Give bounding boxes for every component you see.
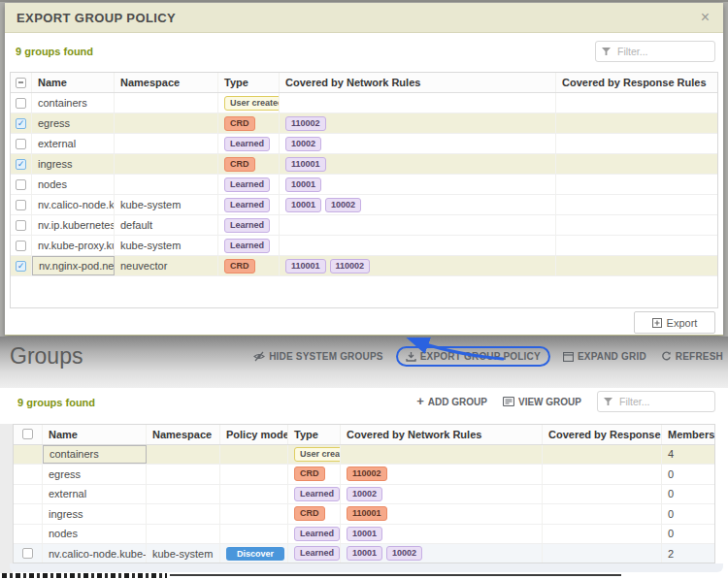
type-badge: User created <box>294 447 341 462</box>
filter-funnel-icon <box>604 398 612 406</box>
table-row[interactable]: ingress CRD 110001 0 <box>14 504 714 525</box>
group-name: nv.calico-node.kube-sys <box>43 544 147 563</box>
policy-mode-pill[interactable]: Discover <box>226 547 284 561</box>
row-checkbox[interactable] <box>16 139 26 149</box>
group-name: containers <box>43 445 147 465</box>
rule-badge: 110001 <box>285 157 326 172</box>
group-namespace: kube-system <box>115 236 218 255</box>
groups-filter-box[interactable] <box>597 391 715 412</box>
type-badge: CRD <box>224 157 255 172</box>
left-gutter <box>0 424 13 573</box>
row-checkbox[interactable] <box>16 118 26 129</box>
table-row[interactable]: nv.nginx-pod.neuv neuvector CRD 11000111… <box>11 256 717 276</box>
group-name: egress <box>32 113 115 133</box>
row-checkbox[interactable] <box>16 159 26 170</box>
group-namespace: default <box>115 215 218 235</box>
type-badge: Learned <box>294 546 340 561</box>
groups-found-count: 9 groups found <box>16 46 93 57</box>
modal-filter-input[interactable] <box>615 45 709 58</box>
group-namespace <box>147 485 220 504</box>
view-group-icon <box>503 397 514 406</box>
modal-filter-box[interactable] <box>595 41 715 62</box>
group-name: nodes <box>32 175 115 194</box>
members-count: 2 <box>662 544 714 563</box>
close-icon[interactable]: × <box>699 10 711 25</box>
table-row[interactable]: nodes Learned 10001 0 <box>14 525 714 545</box>
members-count: 4 <box>662 445 714 465</box>
col-policy-mode[interactable]: Policy mode <box>220 425 288 444</box>
type-badge: Learned <box>224 177 270 192</box>
eye-slash-icon <box>253 351 265 362</box>
col-network-rules[interactable]: Covered by Network Rules <box>341 425 543 444</box>
col-type[interactable]: Type <box>218 73 280 92</box>
table-row[interactable]: containers User created <box>11 93 717 113</box>
table-row[interactable]: external Learned 10002 0 <box>14 485 714 505</box>
page-title: Groups <box>10 343 83 370</box>
group-name: containers <box>32 93 115 113</box>
members-count: 0 <box>662 525 714 544</box>
col-network-rules[interactable]: Covered by Network Rules <box>280 73 556 92</box>
type-badge: CRD <box>224 259 255 273</box>
table-row[interactable]: containers User created 4 <box>14 445 714 466</box>
export-button-label: Export <box>667 317 698 329</box>
rule-badge: 110002 <box>285 116 326 131</box>
group-name: nv.nginx-pod.neuv <box>32 256 115 275</box>
col-namespace[interactable]: Namespace <box>147 425 220 444</box>
table-row[interactable]: ingress CRD 110001 <box>11 154 717 175</box>
groups-table: Name Namespace Policy mode Type Covered … <box>13 424 715 563</box>
type-badge: Learned <box>224 218 270 233</box>
rule-badge: 10001 <box>347 527 382 541</box>
col-members[interactable]: Members <box>662 425 714 444</box>
download-icon <box>406 351 416 362</box>
table-row[interactable]: nv.calico-node.kube-sys kube-system Disc… <box>14 544 714 563</box>
groups-filter-input[interactable] <box>617 395 709 408</box>
row-checkbox[interactable] <box>16 98 26 109</box>
rule-badge: 10002 <box>347 487 382 501</box>
export-group-policy-button[interactable]: EXPORT GROUP POLICY <box>396 346 550 367</box>
rule-badge: 10002 <box>386 546 422 561</box>
refresh-button[interactable]: REFRESH <box>661 351 723 362</box>
table-row[interactable]: egress CRD 110002 <box>11 113 717 134</box>
refresh-label: REFRESH <box>676 351 723 362</box>
select-all-checkbox[interactable] <box>22 429 33 439</box>
group-name: ingress <box>32 154 115 174</box>
row-checkbox[interactable] <box>16 220 26 231</box>
table-row[interactable]: nv.calico-node.kub kube-system Learned 1… <box>11 195 717 215</box>
col-response-rules[interactable]: Covered by Response Rules <box>556 73 717 92</box>
rule-badge: 110002 <box>330 259 371 273</box>
add-group-button[interactable]: + ADD GROUP <box>416 397 487 407</box>
row-checkbox[interactable] <box>16 261 26 272</box>
select-all-checkbox[interactable] <box>16 78 26 88</box>
row-checkbox[interactable] <box>22 548 33 559</box>
row-checkbox[interactable] <box>16 200 26 210</box>
row-checkbox[interactable] <box>16 179 26 190</box>
col-name[interactable]: Name <box>43 425 147 444</box>
col-namespace[interactable]: Namespace <box>115 73 218 92</box>
group-name: ingress <box>43 504 147 524</box>
table-row[interactable]: nv.kube-proxy.kub kube-system Learned <box>11 236 717 256</box>
group-name: external <box>43 485 147 504</box>
group-name: egress <box>43 465 147 484</box>
expand-grid-label: EXPAND GRID <box>578 351 646 362</box>
view-group-button[interactable]: VIEW GROUP <box>503 397 581 407</box>
group-namespace <box>115 134 218 153</box>
export-button[interactable]: Export <box>634 311 715 334</box>
hide-system-groups-button[interactable]: HIDE SYSTEM GROUPS <box>253 351 383 362</box>
table-row[interactable]: nodes Learned 10001 <box>11 175 717 195</box>
col-name[interactable]: Name <box>32 73 115 92</box>
col-response-rules[interactable]: Covered by Response R.. <box>543 425 662 444</box>
modal-title: EXPORT GROUP POLICY <box>17 11 699 25</box>
table-row[interactable]: egress CRD 110002 0 <box>14 465 714 485</box>
groups-page-header: Groups HIDE SYSTEM GROUPS EXPORT GROUP P… <box>0 337 728 388</box>
rule-badge: 110001 <box>285 259 326 273</box>
row-checkbox[interactable] <box>16 241 26 251</box>
horizontal-scrollbar[interactable] <box>10 563 723 572</box>
table-row[interactable]: nv.ip.kubernetes.d default Learned <box>11 215 717 236</box>
rule-badge: 110001 <box>347 506 387 521</box>
group-namespace <box>115 175 218 194</box>
rule-badge: 10002 <box>325 198 361 212</box>
expand-grid-button[interactable]: EXPAND GRID <box>563 351 646 362</box>
type-badge: User created <box>224 96 280 111</box>
table-row[interactable]: external Learned 10002 <box>11 134 717 154</box>
col-type[interactable]: Type <box>288 425 341 444</box>
